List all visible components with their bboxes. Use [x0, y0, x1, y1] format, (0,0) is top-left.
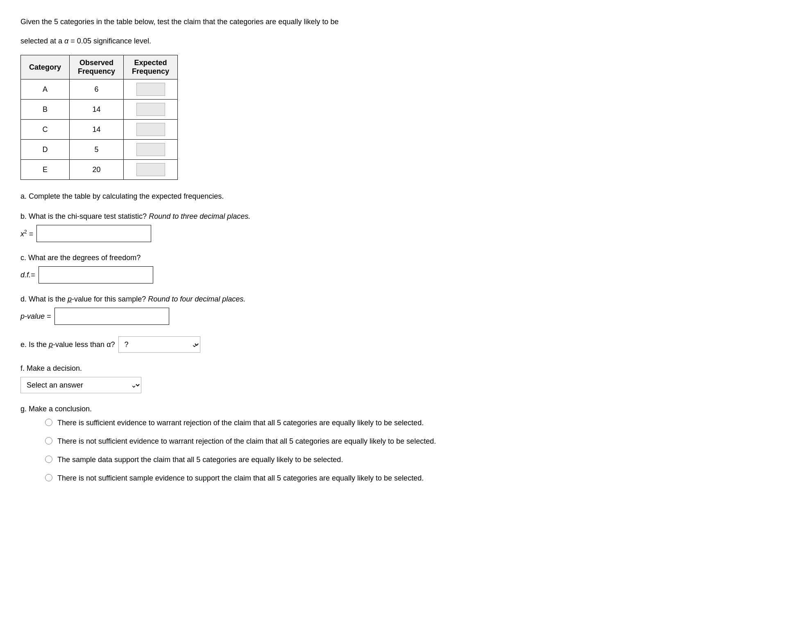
col-header-expected: ExpectedFrequency: [124, 55, 178, 79]
category-b: B: [21, 100, 70, 120]
observed-e: 20: [70, 160, 124, 180]
expected-d-cell: [124, 140, 178, 160]
radio-option-1: There is sufficient evidence to warrant …: [20, 417, 792, 429]
question-b-label: b. What is the chi-square test statistic…: [20, 212, 792, 221]
f-dropdown[interactable]: Select an answer Reject the null hypothe…: [20, 377, 141, 393]
observed-b: 14: [70, 100, 124, 120]
question-f-label: f. Make a decision.: [20, 364, 792, 373]
category-c: C: [21, 120, 70, 140]
observed-d: 5: [70, 140, 124, 160]
radio-input-2[interactable]: [45, 437, 52, 444]
expected-a-cell: [124, 79, 178, 100]
chi-square-row: x2 =: [20, 225, 792, 242]
section-c: c. What are the degrees of freedom? d.f.…: [20, 254, 792, 283]
section-d: d. What is the p-value for this sample? …: [20, 295, 792, 325]
expected-b-input[interactable]: [136, 103, 165, 116]
radio-input-1[interactable]: [45, 419, 52, 426]
radio-label-4[interactable]: There is not sufficient sample evidence …: [57, 473, 424, 484]
radio-option-2: There is not sufficient evidence to warr…: [20, 436, 792, 447]
intro-line2: selected at a α = 0.05 significance leve…: [20, 36, 792, 47]
pvalue-row: p-value =: [20, 308, 792, 325]
pvalue-prefix: p-value =: [20, 312, 51, 321]
df-row: d.f.=: [20, 266, 792, 283]
section-b: b. What is the chi-square test statistic…: [20, 212, 792, 242]
expected-a-input[interactable]: [136, 83, 165, 96]
table-row-c: C 14: [21, 120, 178, 140]
col-header-observed: ObservedFrequency: [70, 55, 124, 79]
category-e: E: [21, 160, 70, 180]
chi-square-input[interactable]: [36, 225, 151, 242]
table-row-d: D 5: [21, 140, 178, 160]
question-g-label: g. Make a conclusion.: [20, 405, 792, 413]
category-a: A: [21, 79, 70, 100]
expected-c-cell: [124, 120, 178, 140]
observed-a: 6: [70, 79, 124, 100]
expected-b-cell: [124, 100, 178, 120]
observed-c: 14: [70, 120, 124, 140]
chi-square-symbol: x2 =: [20, 229, 33, 238]
table-row-e: E 20: [21, 160, 178, 180]
radio-option-4: There is not sufficient sample evidence …: [20, 473, 792, 484]
e-row: e. Is the p-value less than α? ? Yes No …: [20, 336, 792, 353]
intro-line1: Given the 5 categories in the table belo…: [20, 16, 792, 27]
e-label-text: e. Is the p-value less than α?: [20, 340, 115, 349]
table-row-a: A 6: [21, 79, 178, 100]
radio-input-4[interactable]: [45, 474, 52, 481]
expected-e-input[interactable]: [136, 163, 165, 176]
pvalue-input[interactable]: [54, 308, 169, 325]
table-row-b: B 14: [21, 100, 178, 120]
df-input[interactable]: [39, 266, 153, 283]
radio-label-3[interactable]: The sample data support the claim that a…: [57, 454, 343, 465]
question-a-label: a. Complete the table by calculating the…: [20, 192, 792, 201]
e-dropdown[interactable]: ? Yes No: [118, 336, 200, 353]
frequency-table: Category ObservedFrequency ExpectedFrequ…: [20, 55, 178, 180]
expected-d-input[interactable]: [136, 143, 165, 156]
section-g: g. Make a conclusion. There is sufficien…: [20, 405, 792, 484]
radio-input-3[interactable]: [45, 456, 52, 463]
section-e: e. Is the p-value less than α? ? Yes No …: [20, 336, 792, 353]
question-d-label: d. What is the p-value for this sample? …: [20, 295, 792, 304]
radio-label-2[interactable]: There is not sufficient evidence to warr…: [57, 436, 436, 447]
section-a: a. Complete the table by calculating the…: [20, 192, 792, 201]
section-f: f. Make a decision. Select an answer Rej…: [20, 364, 792, 393]
df-prefix: d.f.=: [20, 271, 35, 279]
question-c-label: c. What are the degrees of freedom?: [20, 254, 792, 262]
radio-option-3: The sample data support the claim that a…: [20, 454, 792, 465]
expected-c-input[interactable]: [136, 123, 165, 136]
expected-e-cell: [124, 160, 178, 180]
radio-label-1[interactable]: There is sufficient evidence to warrant …: [57, 417, 424, 429]
category-d: D: [21, 140, 70, 160]
col-header-category: Category: [21, 55, 70, 79]
